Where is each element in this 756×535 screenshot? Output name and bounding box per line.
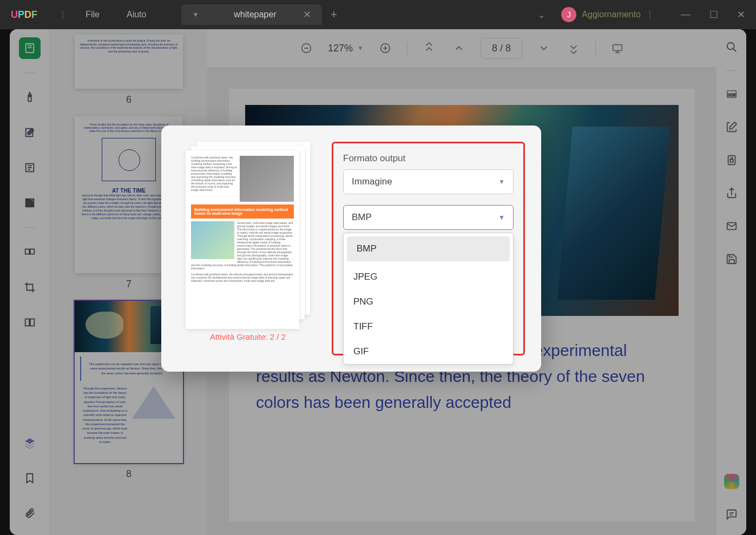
compare-icon[interactable] bbox=[19, 312, 41, 333]
svg-rect-6 bbox=[25, 319, 29, 326]
dropdown-option-bmp[interactable]: BMP bbox=[347, 236, 510, 261]
search-icon[interactable] bbox=[722, 37, 741, 57]
zoom-in-button[interactable] bbox=[377, 40, 393, 56]
image-format-dropdown: BMP JPEG PNG TIFF GIF bbox=[343, 233, 514, 365]
dropdown-option-tiff[interactable]: TIFF bbox=[344, 314, 513, 339]
organize-icon[interactable] bbox=[19, 241, 41, 263]
left-sidebar bbox=[10, 29, 50, 535]
right-sidebar: OCR bbox=[716, 29, 746, 535]
comment-icon[interactable] bbox=[722, 505, 741, 524]
window-controls: — ☐ ✕ bbox=[681, 9, 745, 21]
convert-icon[interactable] bbox=[722, 117, 741, 137]
app-logo: UPDF bbox=[11, 9, 37, 21]
share-icon[interactable] bbox=[722, 183, 741, 203]
bookmark-icon[interactable] bbox=[19, 467, 41, 489]
edit-page-icon[interactable] bbox=[19, 122, 41, 143]
first-page-button[interactable] bbox=[421, 40, 437, 56]
export-modal: Combined with practical cases, the build… bbox=[161, 126, 541, 372]
modal-preview-panel: Combined with practical cases, the build… bbox=[178, 142, 318, 355]
prev-page-button[interactable] bbox=[451, 40, 467, 56]
update-label: Aggiornamento bbox=[582, 10, 641, 19]
menu-help[interactable]: Aiuto bbox=[127, 10, 146, 19]
dropdown-option-gif[interactable]: GIF bbox=[344, 339, 513, 364]
free-activities-label: Attività Gratuite: 2 / 2 bbox=[210, 332, 286, 341]
crop-icon[interactable] bbox=[19, 276, 41, 298]
document-tab[interactable]: ▼ whitepaper ✕ bbox=[181, 4, 322, 25]
zoom-out-button[interactable] bbox=[298, 40, 314, 56]
add-tab-button[interactable]: + bbox=[330, 8, 337, 22]
tab-close-icon[interactable]: ✕ bbox=[303, 9, 311, 21]
user-badge[interactable]: J Aggiornamento bbox=[561, 7, 641, 22]
minimize-button[interactable]: — bbox=[681, 9, 691, 21]
zoom-level[interactable]: 127%▼ bbox=[328, 43, 364, 54]
title-bar: UPDF | File Aiuto ▼ whitepaper ✕ + ⌄ J A… bbox=[0, 0, 756, 29]
tab-dropdown-icon[interactable]: ▼ bbox=[192, 11, 199, 18]
form-icon[interactable] bbox=[19, 192, 41, 214]
top-toolbar: 127%▼ 8 / 8 bbox=[207, 29, 716, 67]
tabs-overflow-icon[interactable]: ⌄ bbox=[538, 10, 545, 20]
preview-stack: Combined with practical cases, the build… bbox=[186, 142, 310, 326]
svg-rect-15 bbox=[730, 160, 733, 162]
maximize-button[interactable]: ☐ bbox=[709, 9, 718, 21]
save-icon[interactable] bbox=[722, 249, 741, 269]
svg-rect-10 bbox=[613, 45, 622, 51]
reader-mode-icon[interactable] bbox=[19, 37, 41, 59]
layers-icon[interactable] bbox=[19, 432, 41, 454]
tab-title: whitepaper bbox=[234, 10, 276, 19]
svg-text:OCR: OCR bbox=[727, 93, 735, 97]
svg-rect-5 bbox=[30, 249, 34, 254]
protect-icon[interactable] bbox=[722, 150, 741, 170]
image-format-select[interactable]: BMP ▼ bbox=[343, 205, 514, 230]
pages-icon[interactable] bbox=[19, 157, 41, 179]
svg-rect-7 bbox=[30, 319, 34, 326]
last-page-button[interactable] bbox=[566, 40, 582, 56]
menu-file[interactable]: File bbox=[86, 10, 100, 19]
avatar: J bbox=[561, 7, 576, 22]
chevron-down-icon: ▼ bbox=[498, 214, 505, 221]
attachment-icon[interactable] bbox=[19, 503, 41, 524]
page-number-input[interactable]: 8 / 8 bbox=[481, 38, 522, 59]
output-format-label: Formato output bbox=[343, 153, 514, 164]
format-type-select[interactable]: Immagine ▼ bbox=[343, 169, 514, 194]
highlighter-icon[interactable] bbox=[19, 87, 41, 108]
close-button[interactable]: ✕ bbox=[737, 9, 745, 21]
modal-form-panel: Formato output Immagine ▼ BMP ▼ BMP JPEG… bbox=[332, 142, 525, 355]
ocr-icon[interactable]: OCR bbox=[722, 84, 741, 104]
presentation-icon[interactable] bbox=[609, 40, 626, 56]
dropdown-option-jpeg[interactable]: JPEG bbox=[344, 265, 513, 289]
chevron-down-icon: ▼ bbox=[498, 178, 505, 186]
email-icon[interactable] bbox=[722, 216, 741, 236]
dropdown-option-png[interactable]: PNG bbox=[344, 289, 513, 314]
ai-assistant-icon[interactable] bbox=[722, 472, 741, 491]
svg-rect-4 bbox=[25, 249, 29, 254]
svg-point-11 bbox=[727, 43, 734, 50]
chevron-down-icon: ▼ bbox=[357, 44, 364, 52]
next-page-button[interactable] bbox=[536, 40, 552, 56]
thumbnail-6[interactable]: Inventions in the countryside to avoid t… bbox=[61, 35, 196, 105]
